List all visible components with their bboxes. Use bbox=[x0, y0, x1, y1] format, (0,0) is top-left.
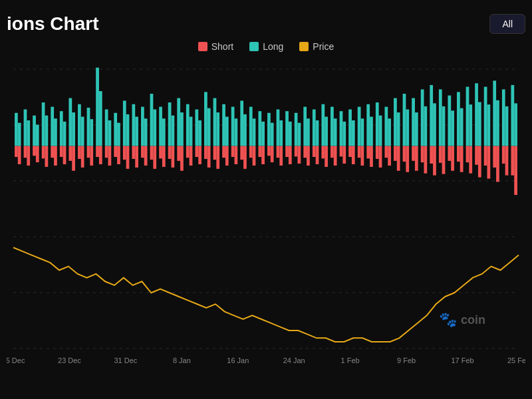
watermark-icon: 🐾 bbox=[439, 311, 457, 329]
legend-item-short: Short bbox=[198, 41, 233, 52]
legend-label-long: Long bbox=[263, 41, 283, 52]
legend-label-price: Price bbox=[313, 41, 334, 52]
legend-color-long bbox=[249, 42, 259, 51]
legend-label-short: Short bbox=[211, 41, 233, 52]
chart-legend: ShortLongPrice bbox=[7, 41, 525, 52]
watermark-text: coin bbox=[461, 313, 485, 327]
chart-container: ions Chart All ShortLongPrice 🐾 coin bbox=[0, 0, 532, 399]
legend-item-price: Price bbox=[299, 41, 334, 52]
all-button[interactable]: All bbox=[489, 14, 525, 34]
chart-title: ions Chart bbox=[7, 13, 98, 35]
legend-color-short bbox=[198, 42, 207, 51]
watermark: 🐾 coin bbox=[439, 311, 485, 329]
legend-color-price bbox=[299, 42, 309, 51]
legend-item-long: Long bbox=[249, 41, 283, 52]
chart-header: ions Chart All bbox=[7, 13, 525, 35]
chart-area: 🐾 coin bbox=[7, 63, 525, 368]
